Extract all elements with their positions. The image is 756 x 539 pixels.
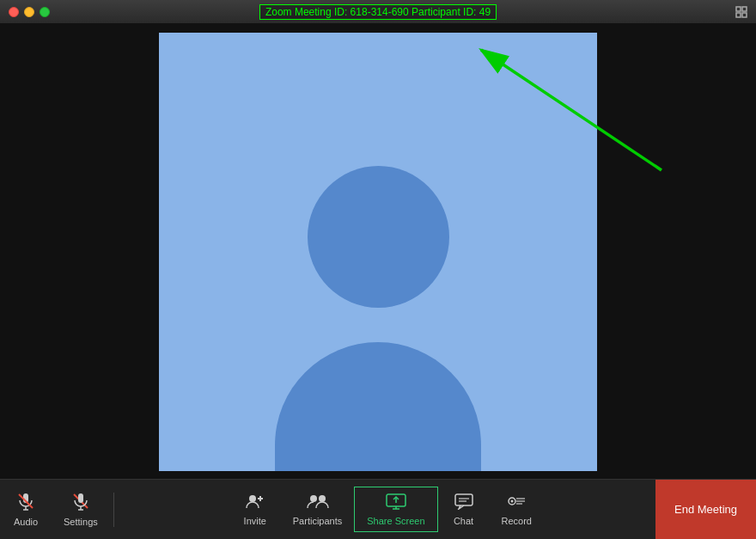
avatar-head bbox=[308, 166, 449, 308]
invite-icon bbox=[245, 493, 265, 512]
participants-button[interactable]: Participants bbox=[281, 487, 354, 531]
toolbar-right: End Meeting bbox=[655, 480, 756, 540]
svg-rect-2 bbox=[736, 13, 741, 17]
avatar-body bbox=[275, 342, 481, 471]
maximize-button[interactable] bbox=[40, 7, 50, 17]
svg-rect-0 bbox=[736, 7, 741, 11]
traffic-lights bbox=[9, 7, 50, 17]
share-screen-button[interactable]: Share Screen bbox=[354, 487, 437, 532]
fullscreen-icon bbox=[735, 6, 747, 18]
record-icon bbox=[506, 493, 527, 512]
svg-point-18 bbox=[319, 495, 326, 502]
invite-label: Invite bbox=[244, 516, 266, 526]
video-area bbox=[0, 24, 756, 479]
toolbar: Audio Settings bbox=[0, 479, 756, 539]
participants-icon bbox=[307, 493, 329, 512]
svg-rect-1 bbox=[742, 7, 747, 11]
participant-avatar bbox=[159, 33, 597, 471]
end-meeting-button[interactable]: End Meeting bbox=[655, 480, 756, 540]
settings-button[interactable]: Settings bbox=[52, 487, 110, 532]
chat-icon bbox=[454, 493, 474, 512]
meeting-info: Zoom Meeting ID: 618-314-690 Participant… bbox=[259, 4, 497, 20]
svg-point-14 bbox=[249, 495, 256, 502]
fullscreen-button[interactable] bbox=[734, 4, 749, 20]
audio-button[interactable]: Audio bbox=[0, 487, 52, 532]
settings-label: Settings bbox=[64, 517, 98, 527]
share-screen-icon bbox=[385, 493, 407, 512]
chat-label: Chat bbox=[454, 516, 473, 526]
record-label: Record bbox=[502, 516, 532, 526]
title-bar: Zoom Meeting ID: 618-314-690 Participant… bbox=[0, 0, 756, 24]
share-screen-label: Share Screen bbox=[367, 516, 424, 526]
record-button[interactable]: Record bbox=[490, 487, 544, 531]
svg-rect-23 bbox=[455, 494, 472, 505]
svg-rect-11 bbox=[78, 493, 83, 503]
audio-label: Audio bbox=[14, 517, 38, 527]
participants-label: Participants bbox=[293, 516, 342, 526]
minimize-button[interactable] bbox=[24, 7, 34, 17]
close-button[interactable] bbox=[9, 7, 19, 17]
settings-icon bbox=[71, 492, 90, 513]
chat-button[interactable]: Chat bbox=[438, 487, 490, 531]
svg-point-27 bbox=[511, 500, 514, 503]
svg-rect-3 bbox=[742, 13, 747, 17]
toolbar-center: Invite Participants bbox=[118, 487, 655, 532]
svg-point-17 bbox=[310, 495, 317, 502]
invite-button[interactable]: Invite bbox=[229, 487, 281, 531]
toolbar-divider bbox=[113, 493, 114, 527]
mic-muted-icon bbox=[16, 492, 35, 513]
